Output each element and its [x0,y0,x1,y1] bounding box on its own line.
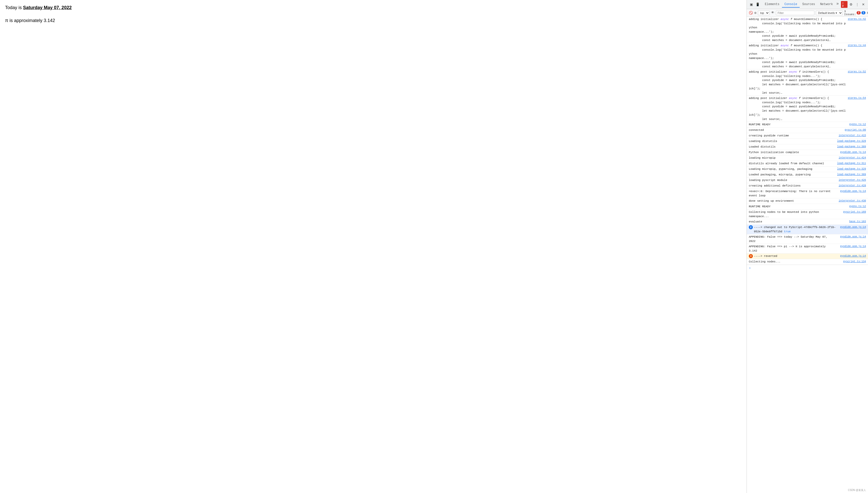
log-source[interactable]: pyenv.ts:12 [849,123,866,126]
error-badge: ✕ 2 [841,1,848,8]
log-source[interactable]: interpreter.ts:430 [839,199,866,203]
log-source[interactable]: pyodide.asm.js:14 [840,225,866,229]
log-entry: APPENDING: False ==> today --> Saturday … [747,234,868,244]
issues-red-count: 2 [856,11,861,15]
log-source[interactable]: pyscript.ts:169 [843,210,866,214]
entry-number-badge: 3 [749,254,753,258]
entry-number-badge: 2 [749,225,753,229]
log-text: Collecting nodes to be mounted into pyth… [749,210,841,218]
log-source[interactable]: interpreter.ts:415 [839,134,866,137]
log-source[interactable]: pyodide.asm.js:14 [840,189,866,193]
log-source[interactable]: load-package.ts:329 [837,167,866,171]
log-entry: loading pyscript module interpreter.ts:4… [747,178,868,183]
log-text: connected [749,128,843,132]
log-text: distutils already loaded from default ch… [749,162,835,166]
log-source[interactable]: load-package.ts:329 [837,139,866,143]
tab-sources[interactable]: Sources [800,1,817,7]
log-text: done setting up environment [749,199,837,203]
log-entry: adding initializer async f mountElements… [747,43,868,69]
issues-blue-count: 1 [862,11,866,15]
issues-badge[interactable]: 3 Issues: 2 1 [844,10,866,16]
inspect-icon[interactable]: ▣ [749,2,754,7]
log-entry: APPENDING: False ==> pi --> π is approxi… [747,244,868,254]
today-date: Saturday May 07, 2022 [23,5,72,10]
log-entry: creating pyodide runtime interpreter.ts:… [747,133,868,139]
tab-console[interactable]: Console [782,1,800,7]
log-source[interactable]: interpreter.ts:426 [839,178,866,182]
console-output: adding initializer async f mountElements… [747,17,868,493]
log-entry: Loading distutils load-package.ts:329 [747,139,868,144]
more-tabs-button[interactable]: » [836,1,840,7]
prompt-arrow-icon: › [749,266,751,270]
devtools-panel: ▣ 📱 Elements Console Sources Network » ✕… [746,0,868,493]
log-source[interactable]: load-package.ts:389 [837,145,866,149]
mobile-icon[interactable]: 📱 [755,2,760,7]
log-text: RUNTIME READY [749,205,847,209]
log-source[interactable]: pyscript.ts:134 [843,260,866,263]
log-text: Collecting nodes... [749,260,841,264]
log-text: RUNTIME READY [749,123,847,127]
issues-gear-icon[interactable]: ⚙ [867,10,868,15]
log-entry: adding post initializer async f initHand… [747,69,868,96]
log-text: evaluate [749,220,847,224]
log-text: creating additional definitions [749,184,837,188]
more-options-icon[interactable]: ⋮ [855,2,860,7]
log-entry: RUNTIME READY pyenv.ts:12 [747,204,868,210]
log-entry: creating additional definitions interpre… [747,183,868,189]
log-text: APPENDING: False ==> pi --> π is approxi… [749,244,838,253]
log-entry: RUNTIME READY pyenv.ts:12 [747,122,868,128]
watermark: CSDN @某某人 [848,489,866,492]
log-entry: done setting up environment interpreter.… [747,198,868,204]
default-levels-select[interactable]: Default levels ▾ [816,10,843,15]
context-select[interactable]: top [758,10,769,15]
devtools-tabs: Elements Console Sources Network » [762,1,840,7]
issues-label: 3 Issues: [844,10,856,16]
log-source[interactable]: pyscript.ts:90 [845,128,866,132]
eye-icon[interactable]: 👁 [771,10,774,15]
log-source[interactable]: pyodide.asm.js:14 [840,254,866,258]
log-entry: adding post initializer async f initHand… [747,96,868,122]
log-text: ----> changed out to PyScript-47d9cffb-b… [754,225,836,234]
log-source[interactable]: stores.ts:52 [848,70,866,74]
log-source[interactable]: interpreter.ts:424 [839,156,866,160]
log-entry: Collecting nodes to be mounted into pyth… [747,210,868,219]
log-entry: loading micropip interpreter.ts:424 [747,155,868,161]
console-filter-input[interactable] [776,10,815,15]
log-entry: Loading micropip, pyparsing, packaging l… [747,167,868,172]
log-source[interactable]: stores.ts:54 [848,96,866,100]
log-text: Python initialization complete [749,150,838,155]
log-source[interactable]: interpreter.ts:428 [839,184,866,188]
log-text: loading pyscript module [749,178,837,183]
log-entry: adding initializer async f mountElements… [747,17,868,43]
devtools-actions: ✕ 2 ⚙ ⋮ ✕ [841,1,866,8]
log-source[interactable]: pyodide.asm.js:14 [840,235,866,239]
log-source[interactable]: pyodide.asm.js:14 [840,244,866,248]
close-devtools-icon[interactable]: ✕ [861,2,866,7]
log-text: adding initializer async f mountElements… [749,17,846,42]
log-text: adding initializer async f mountElements… [749,44,846,69]
log-entry: <exec>:8: DeprecationWarning: There is n… [747,189,868,198]
log-text: loading micropip [749,156,837,160]
log-entry: Collecting nodes... pyscript.ts:134 [747,259,868,265]
log-text: Loading distutils [749,139,835,144]
log-text: creating pyodide runtime [749,134,837,138]
tab-network[interactable]: Network [818,1,836,7]
log-source[interactable]: pyodide.asm.js:14 [840,150,866,154]
log-entry: distutils already loaded from default ch… [747,161,868,167]
log-source[interactable]: stores.ts:44 [848,44,866,47]
log-text: APPENDING: False ==> today --> Saturday … [749,235,838,243]
clear-console-icon[interactable]: 🚫 [749,10,753,15]
log-source[interactable]: load-package.ts:389 [837,173,866,176]
log-source[interactable]: base.ts:103 [849,220,866,223]
console-input[interactable] [752,266,866,270]
log-source[interactable]: load-package.ts:311 [837,162,866,165]
log-entry: Python initialization complete pyodide.a… [747,150,868,155]
console-settings-icon[interactable]: ⚙ [754,10,756,15]
log-entry-numbered-blue: 2 ----> changed out to PyScript-47d9cffb… [747,225,868,234]
tab-elements[interactable]: Elements [762,1,782,7]
console-prompt: › [747,265,868,271]
log-entry-numbered-orange: 3 ----> reverted pyodide.asm.js:14 [747,254,868,259]
log-source[interactable]: stores.ts:42 [848,17,866,21]
log-source[interactable]: pyenv.ts:12 [849,205,866,208]
settings-icon[interactable]: ⚙ [848,2,853,7]
